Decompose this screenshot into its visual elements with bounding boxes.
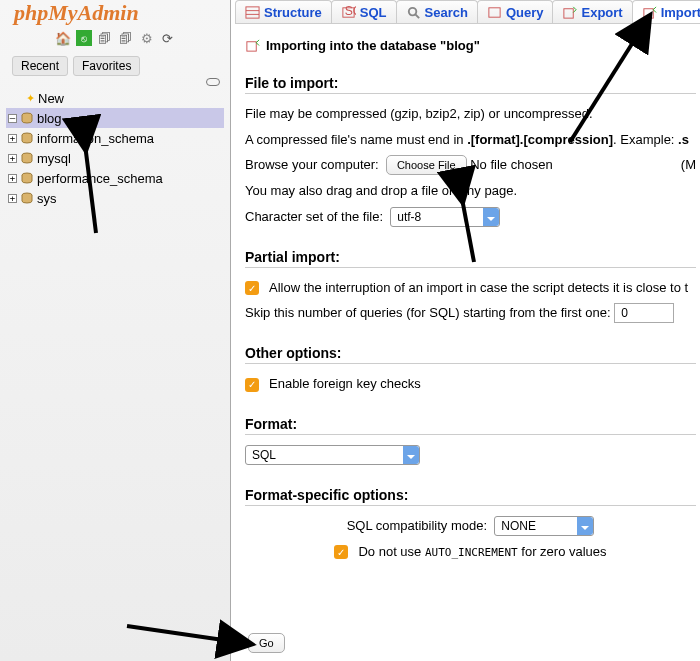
- fk-checkbox[interactable]: [245, 378, 259, 392]
- svg-rect-15: [247, 42, 256, 51]
- db-icon: [20, 112, 34, 124]
- compress-format-note: A compressed file's name must end in .[f…: [245, 130, 696, 150]
- settings-icon[interactable]: ⚙: [139, 30, 155, 46]
- drag-note: You may also drag and drop a file on any…: [245, 181, 696, 201]
- tree-item-performance-schema[interactable]: + performance_schema: [6, 168, 224, 188]
- tab-query[interactable]: Query: [477, 0, 554, 23]
- search-icon: [406, 5, 421, 20]
- ai-label: Do not use AUTO_INCREMENT for zero value…: [358, 544, 606, 559]
- ai-checkbox[interactable]: [334, 545, 348, 559]
- no-file-label: No file chosen: [470, 157, 552, 172]
- import-icon: [642, 5, 657, 20]
- main-panel: Structure SQLSQL Search Query Export Imp…: [231, 0, 700, 661]
- tab-sql[interactable]: SQLSQL: [331, 0, 397, 23]
- fso-heading: Format-specific options:: [245, 487, 696, 506]
- sql-icon[interactable]: 🗐: [118, 30, 134, 46]
- svg-point-10: [408, 8, 416, 16]
- format-select[interactable]: SQL: [245, 445, 420, 465]
- skip-input[interactable]: [614, 303, 674, 323]
- logo: phpMyAdmin: [4, 0, 226, 26]
- file-to-import-heading: File to import:: [245, 75, 696, 94]
- exit-icon[interactable]: ⎋: [76, 30, 92, 46]
- db-icon: [20, 172, 34, 184]
- charset-select[interactable]: utf-8: [390, 207, 500, 227]
- collapse-icon[interactable]: –: [8, 114, 17, 123]
- allow-interrupt-checkbox[interactable]: [245, 281, 259, 295]
- choose-file-button[interactable]: Choose File: [386, 155, 467, 175]
- browse-label: Browse your computer:: [245, 157, 379, 172]
- tree-item-information-schema[interactable]: + information_schema: [6, 128, 224, 148]
- format-heading: Format:: [245, 416, 696, 435]
- db-icon: [20, 132, 34, 144]
- refresh-icon[interactable]: ⟳: [160, 30, 176, 46]
- tree-item-blog[interactable]: – blog: [6, 108, 224, 128]
- tree-new[interactable]: ✦ New: [6, 88, 224, 108]
- expand-icon[interactable]: +: [8, 154, 17, 163]
- tab-import[interactable]: Import: [632, 0, 700, 23]
- db-icon: [20, 152, 34, 164]
- import-icon: [245, 38, 260, 53]
- star-icon: ✦: [26, 92, 35, 105]
- svg-rect-13: [564, 9, 573, 18]
- favorites-tab[interactable]: Favorites: [73, 56, 140, 76]
- compat-select[interactable]: NONE: [494, 516, 594, 536]
- sidebar-icon-row: 🏠 ⎋ 🗐 🗐 ⚙ ⟳: [4, 26, 226, 54]
- export-icon: [562, 5, 577, 20]
- recent-tab[interactable]: Recent: [12, 56, 68, 76]
- svg-text:SQL: SQL: [345, 5, 356, 18]
- tab-export[interactable]: Export: [552, 0, 632, 23]
- allow-interrupt-label: Allow the interruption of an import in c…: [269, 280, 688, 295]
- compress-note: File may be compressed (gzip, bzip2, zip…: [245, 104, 696, 124]
- svg-rect-5: [246, 7, 259, 18]
- tree-item-mysql[interactable]: + mysql: [6, 148, 224, 168]
- svg-line-11: [415, 14, 419, 18]
- structure-icon: [245, 5, 260, 20]
- skip-label: Skip this number of queries (for SQL) st…: [245, 305, 611, 320]
- fk-label: Enable foreign key checks: [269, 376, 421, 391]
- other-options-heading: Other options:: [245, 345, 696, 364]
- svg-rect-12: [489, 8, 500, 17]
- max-size: (M: [681, 155, 696, 175]
- db-tree: ✦ New – blog + information_schema + mysq…: [4, 82, 226, 214]
- tab-search[interactable]: Search: [396, 0, 478, 23]
- expand-icon[interactable]: +: [8, 174, 17, 183]
- db-icon: [20, 192, 34, 204]
- tab-structure[interactable]: Structure: [235, 0, 332, 23]
- query-icon: [487, 5, 502, 20]
- page-title: Importing into the database "blog": [245, 38, 696, 53]
- charset-label: Character set of the file:: [245, 209, 383, 224]
- docs-icon[interactable]: 🗐: [97, 30, 113, 46]
- top-tabs: Structure SQLSQL Search Query Export Imp…: [235, 0, 700, 24]
- expand-icon[interactable]: +: [8, 134, 17, 143]
- partial-import-heading: Partial import:: [245, 249, 696, 268]
- sidebar: phpMyAdmin 🏠 ⎋ 🗐 🗐 ⚙ ⟳ Recent Favorites …: [0, 0, 231, 661]
- home-icon[interactable]: 🏠: [55, 30, 71, 46]
- svg-rect-14: [644, 9, 653, 18]
- compat-label: SQL compatibility mode:: [347, 518, 487, 533]
- expand-icon[interactable]: +: [8, 194, 17, 203]
- tree-item-sys[interactable]: + sys: [6, 188, 224, 208]
- go-button[interactable]: Go: [248, 633, 285, 653]
- sql-icon: SQL: [341, 5, 356, 20]
- link-icon[interactable]: [206, 78, 220, 86]
